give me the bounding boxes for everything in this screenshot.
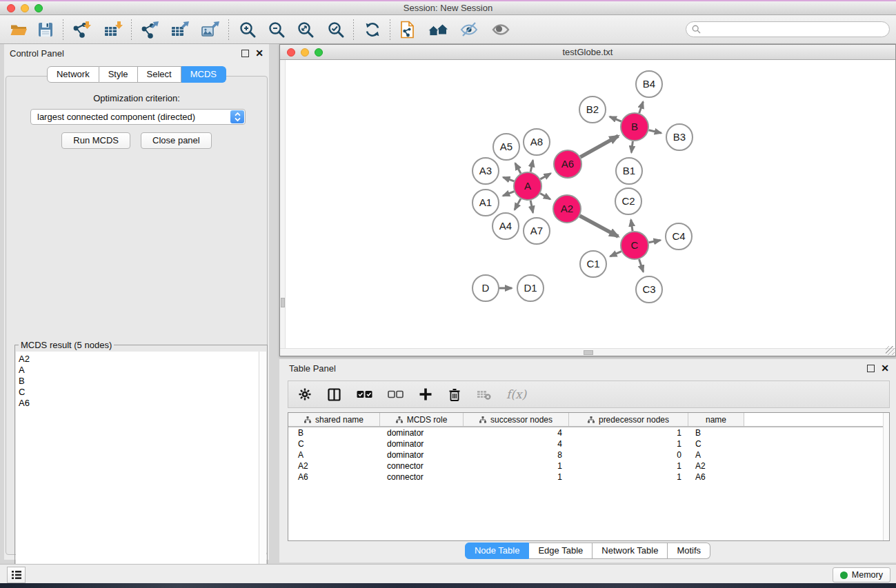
edge-A-A3[interactable] xyxy=(503,177,514,181)
table-cell[interactable]: A6 xyxy=(688,472,744,483)
node-C[interactable]: C xyxy=(621,232,648,259)
mcds-result-item[interactable]: A xyxy=(19,365,259,376)
mcds-list-scrollbar[interactable] xyxy=(259,352,266,582)
node-A8[interactable]: A8 xyxy=(524,129,550,155)
edge-B-B3[interactable] xyxy=(648,130,661,133)
table-cell[interactable]: A xyxy=(288,449,380,460)
deselect-all-button[interactable] xyxy=(388,384,404,405)
network-vertical-scrollbar[interactable] xyxy=(280,60,286,349)
network-frame-titlebar[interactable]: testGlobe.txt xyxy=(280,45,895,60)
delete-columns-button[interactable] xyxy=(448,384,461,405)
export-image-button[interactable] xyxy=(201,19,220,40)
edge-A-A6[interactable] xyxy=(540,174,550,179)
table-row[interactable]: Bdominator41B xyxy=(288,427,883,438)
table-cell[interactable]: dominator xyxy=(380,449,464,460)
edge-A-A2[interactable] xyxy=(540,194,550,199)
node-C2[interactable]: C2 xyxy=(615,188,641,214)
node-A2[interactable]: A2 xyxy=(553,195,581,223)
table-cell[interactable]: A6 xyxy=(288,472,380,483)
network-from-selection-button[interactable] xyxy=(399,19,417,40)
node-A3[interactable]: A3 xyxy=(472,158,499,184)
apply-layout-button[interactable] xyxy=(364,19,381,40)
node-A4[interactable]: A4 xyxy=(492,213,519,239)
table-cell[interactable]: 1 xyxy=(569,427,688,438)
close-panel-button[interactable]: Close panel xyxy=(141,132,212,149)
zoom-out-button[interactable] xyxy=(268,19,286,40)
table-cell[interactable]: dominator xyxy=(380,427,464,438)
optimization-criterion-select[interactable]: largest connected component (directed) xyxy=(30,109,246,125)
node-B1[interactable]: B1 xyxy=(616,158,642,184)
destroy-column-button[interactable] xyxy=(477,384,491,405)
mcds-result-item[interactable]: C xyxy=(19,387,259,398)
first-neighbors-button[interactable] xyxy=(428,19,448,40)
tab-style[interactable]: Style xyxy=(99,66,138,83)
tab-network-table[interactable]: Network Table xyxy=(593,543,668,559)
table-cell[interactable]: connector xyxy=(380,460,464,472)
edge-A-A7[interactable] xyxy=(530,201,533,213)
save-session-button[interactable] xyxy=(37,19,54,40)
export-network-button[interactable] xyxy=(140,19,159,40)
scroll-thumb[interactable] xyxy=(584,350,593,355)
table-cell[interactable]: 8 xyxy=(464,449,569,460)
table-cell[interactable]: C xyxy=(688,438,744,449)
node-A1[interactable]: A1 xyxy=(472,190,499,216)
zoom-selected-button[interactable] xyxy=(327,19,345,40)
table-cell[interactable]: 1 xyxy=(464,460,569,472)
edge-A-A5[interactable] xyxy=(515,163,521,174)
edge-A-A1[interactable] xyxy=(503,192,514,196)
table-cell[interactable]: B xyxy=(288,427,380,438)
table-cell[interactable]: A2 xyxy=(688,460,744,472)
open-session-button[interactable] xyxy=(10,19,28,40)
edge-C-C2[interactable] xyxy=(631,220,633,231)
create-column-button[interactable] xyxy=(419,384,432,405)
edge-A-A4[interactable] xyxy=(515,199,521,210)
edge-C-C4[interactable] xyxy=(649,240,661,242)
table-cell[interactable]: connector xyxy=(380,472,464,483)
import-network-button[interactable] xyxy=(72,19,91,40)
show-column-button[interactable] xyxy=(327,384,341,405)
edge-A2-C[interactable] xyxy=(579,216,618,236)
scroll-thumb[interactable] xyxy=(281,298,285,307)
edge-A6-B[interactable] xyxy=(580,136,618,157)
network-canvas[interactable]: B4B2BB3A8A5A6A3B1AA1C2A2A4A7C4CC1C3DD1 xyxy=(280,60,895,349)
node-B2[interactable]: B2 xyxy=(579,97,606,123)
node-A6[interactable]: A6 xyxy=(554,150,581,178)
mcds-result-item[interactable]: B xyxy=(19,376,259,387)
search-field[interactable] xyxy=(686,21,890,37)
close-panel-icon[interactable]: ✕ xyxy=(881,365,889,372)
column-header-shared-name[interactable]: shared name xyxy=(288,413,380,426)
node-B4[interactable]: B4 xyxy=(636,71,662,97)
resize-grip[interactable] xyxy=(886,346,895,355)
table-cell[interactable]: 1 xyxy=(569,460,688,472)
memory-button[interactable]: Memory xyxy=(833,567,890,582)
column-header-successor-nodes[interactable]: successor nodes xyxy=(464,413,569,426)
import-table-button[interactable] xyxy=(103,19,123,40)
column-header-predecessor-nodes[interactable]: predecessor nodes xyxy=(569,413,688,426)
node-C1[interactable]: C1 xyxy=(580,251,606,277)
node-A[interactable]: A xyxy=(514,172,541,200)
edge-C-C3[interactable] xyxy=(639,259,644,272)
window-titlebar[interactable]: Session: New Session xyxy=(0,0,896,15)
node-D1[interactable]: D1 xyxy=(517,275,544,301)
table-cell[interactable]: A xyxy=(688,449,744,460)
select-all-button[interactable] xyxy=(357,384,372,405)
node-B3[interactable]: B3 xyxy=(666,124,693,150)
column-header-MCDS-role[interactable]: MCDS role xyxy=(380,413,464,426)
column-header-name[interactable]: name xyxy=(688,413,744,426)
mcds-result-item[interactable]: A6 xyxy=(19,398,259,409)
tab-mcds[interactable]: MCDS xyxy=(181,66,226,83)
node-B[interactable]: B xyxy=(621,113,648,141)
mcds-result-list[interactable]: A2ABCA6 xyxy=(16,352,259,582)
float-panel-button[interactable] xyxy=(867,365,875,372)
mcds-result-item[interactable]: A2 xyxy=(19,354,259,365)
float-panel-button[interactable] xyxy=(241,50,249,57)
table-row[interactable]: A2connector11A2 xyxy=(288,460,883,472)
hide-selected-button[interactable] xyxy=(459,19,479,40)
search-input[interactable] xyxy=(704,23,889,36)
tab-select[interactable]: Select xyxy=(138,66,181,83)
node-D[interactable]: D xyxy=(472,275,499,301)
table-scrollbar[interactable] xyxy=(883,413,889,540)
edge-B-B2[interactable] xyxy=(610,116,621,121)
tab-edge-table[interactable]: Edge Table xyxy=(529,543,593,559)
run-mcds-button[interactable]: Run MCDS xyxy=(61,132,130,149)
